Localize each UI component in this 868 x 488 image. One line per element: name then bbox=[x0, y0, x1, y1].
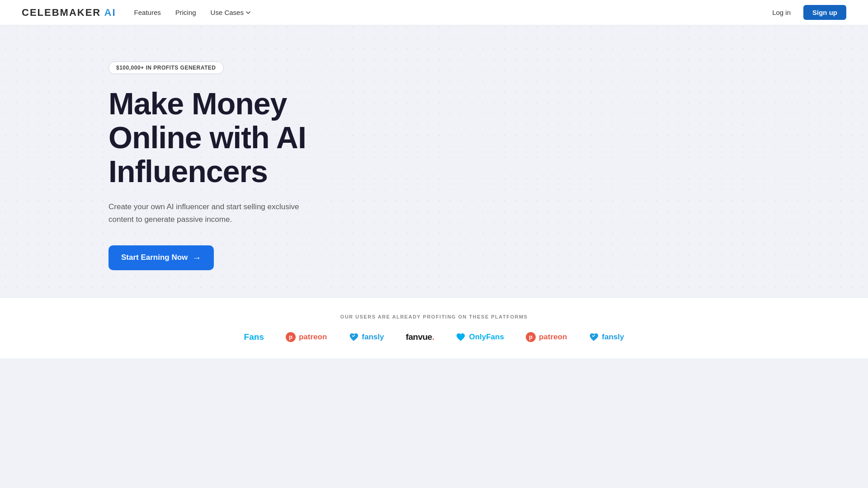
hero-section: $100,000+ IN PROFITS GENERATED Make Mone… bbox=[0, 25, 868, 297]
fansly-logo-2: fansly bbox=[589, 332, 624, 342]
arrow-icon: → bbox=[192, 253, 201, 263]
nav-item-use-cases[interactable]: Use Cases bbox=[211, 9, 251, 16]
platforms-label: OUR USERS ARE ALREADY PROFITING ON THESE… bbox=[0, 314, 868, 319]
fansly-logo-1: fansly bbox=[349, 332, 384, 342]
patreon-logo-2: p patreon bbox=[526, 332, 567, 342]
fanvue-logo: fanvue. bbox=[406, 332, 434, 342]
patreon-icon-1: p bbox=[286, 332, 296, 342]
features-link[interactable]: Features bbox=[134, 9, 161, 16]
patreon-text-1: patreon bbox=[299, 333, 327, 342]
chevron-down-icon bbox=[245, 10, 251, 15]
profits-badge: $100,000+ IN PROFITS GENERATED bbox=[108, 61, 224, 74]
patreon-text-2: patreon bbox=[539, 333, 567, 342]
login-button[interactable]: Log in bbox=[767, 6, 796, 19]
onlyfans-logo-1: Fans bbox=[244, 332, 264, 342]
platforms-section: OUR USERS ARE ALREADY PROFITING ON THESE… bbox=[0, 297, 868, 358]
navbar: CELEBMAKER AI Features Pricing Use Cases… bbox=[0, 0, 868, 25]
patreon-logo-1: p patreon bbox=[286, 332, 327, 342]
fanvue-text: fanvue. bbox=[406, 332, 434, 342]
onlyfans-text-2: OnlyFans bbox=[469, 333, 504, 342]
hero-title: Make Money Online with AI Influencers bbox=[108, 87, 380, 188]
onlyfans-logo-2: OnlyFans bbox=[456, 332, 504, 342]
platforms-logos: Fans p patreon fansly fanvue. OnlyFans bbox=[0, 332, 868, 342]
nav-left: CELEBMAKER AI Features Pricing Use Cases bbox=[22, 7, 251, 19]
hero-subtitle: Create your own AI influencer and start … bbox=[108, 201, 326, 225]
fansly-heart-icon-1 bbox=[349, 332, 359, 342]
nav-item-features[interactable]: Features bbox=[134, 9, 161, 17]
fansly-text-1: fansly bbox=[362, 333, 384, 342]
nav-right: Log in Sign up bbox=[767, 5, 846, 20]
nav-item-pricing[interactable]: Pricing bbox=[175, 9, 196, 17]
hero-title-line1: Make Money bbox=[108, 86, 287, 121]
cta-label: Start Earning Now bbox=[121, 253, 188, 262]
patreon-icon-2: p bbox=[526, 332, 536, 342]
pricing-link[interactable]: Pricing bbox=[175, 9, 196, 16]
onlyfans-heart-icon-2 bbox=[456, 332, 466, 342]
use-cases-link[interactable]: Use Cases bbox=[211, 9, 251, 16]
hero-title-line2: Online with AI bbox=[108, 120, 306, 155]
signup-button[interactable]: Sign up bbox=[803, 5, 846, 20]
lower-section bbox=[0, 358, 868, 488]
logo[interactable]: CELEBMAKER AI bbox=[22, 7, 116, 19]
hero-title-line3: Influencers bbox=[108, 154, 268, 188]
nav-links: Features Pricing Use Cases bbox=[134, 9, 251, 17]
fansly-heart-icon-2 bbox=[589, 332, 599, 342]
fansly-text-2: fansly bbox=[602, 333, 624, 342]
cta-button[interactable]: Start Earning Now → bbox=[108, 245, 214, 270]
